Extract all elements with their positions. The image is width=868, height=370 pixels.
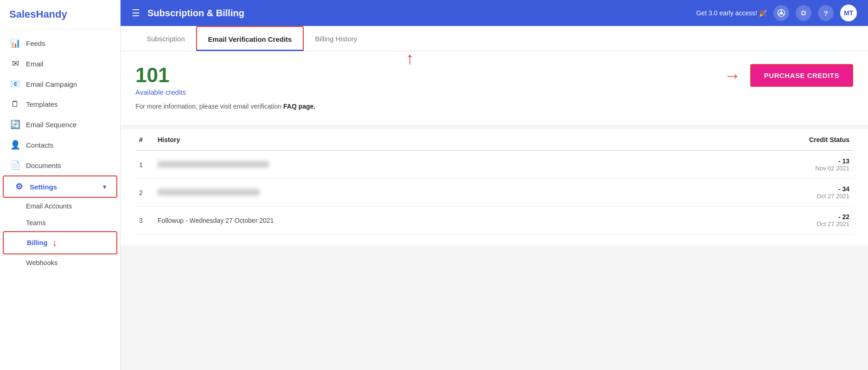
svg-line-3 bbox=[782, 14, 784, 15]
tab-container: Subscription Email Verification Credits … bbox=[121, 26, 868, 51]
sidebar-item-teams[interactable]: Teams bbox=[0, 214, 120, 231]
right-arrow-annotation: → bbox=[724, 66, 741, 85]
sidebar-item-settings[interactable]: ⚙ Settings ▾ bbox=[3, 175, 117, 198]
sidebar-item-email[interactable]: ✉ Email bbox=[0, 53, 120, 74]
down-arrow-annotation: ↓ bbox=[52, 237, 57, 249]
sidebar-item-email-sequence[interactable]: 🔄 Email Sequence bbox=[0, 114, 120, 135]
credits-number: 101 bbox=[135, 64, 315, 86]
outlook-icon[interactable]: O bbox=[796, 5, 811, 21]
email-icon: ✉ bbox=[10, 58, 20, 69]
sidebar-item-label: Settings bbox=[30, 183, 57, 191]
svg-line-4 bbox=[779, 14, 780, 15]
row-number: 1 bbox=[135, 150, 154, 179]
history-section: # History Credit Status 1 bbox=[121, 130, 868, 246]
logo-handy: Handy bbox=[36, 8, 67, 20]
row-credit-status: - 22 Oct 27 2021 bbox=[658, 207, 853, 234]
content-area: Subscription Email Verification Credits … bbox=[121, 26, 868, 370]
early-access-label[interactable]: Get 3.0 early access! 🎉 bbox=[696, 9, 767, 17]
credits-label: Available credits bbox=[135, 88, 315, 96]
purchase-credits-wrap: → PURCHASE CREDITS bbox=[724, 64, 853, 87]
templates-icon: 🗒 bbox=[10, 99, 20, 109]
sidebar-nav: 📊 Feeds ✉ Email 📧 Email Campaign 🗒 Templ… bbox=[0, 29, 120, 370]
row-history bbox=[154, 150, 658, 179]
chrome-extension-icon[interactable] bbox=[773, 5, 789, 21]
sidebar-item-webhooks[interactable]: Webhooks bbox=[0, 254, 120, 271]
credits-info: 101 Available credits For more informati… bbox=[135, 64, 315, 110]
credit-value: - 13 bbox=[662, 157, 849, 165]
documents-icon: 📄 bbox=[10, 160, 20, 170]
col-credit-status: Credit Status bbox=[658, 130, 853, 150]
sidebar-item-label: Email Campaign bbox=[26, 80, 77, 88]
row-credit-status: - 13 Nov 02 2021 bbox=[658, 150, 853, 179]
app-logo: SalesHandy bbox=[0, 0, 120, 29]
avatar[interactable]: MT bbox=[840, 5, 857, 21]
sidebar-item-label: Documents bbox=[26, 162, 61, 169]
credit-value: - 22 bbox=[662, 213, 849, 221]
purchase-credits-button[interactable]: PURCHASE CREDITS bbox=[750, 64, 853, 87]
sidebar-item-label: Email bbox=[26, 60, 44, 68]
sidebar-item-label: Contacts bbox=[26, 141, 53, 149]
row-number: 3 bbox=[135, 207, 154, 234]
credits-info-text: For more information, please visit email… bbox=[135, 103, 315, 110]
sidebar-item-label: Feeds bbox=[26, 39, 45, 47]
col-number: # bbox=[135, 130, 154, 150]
credit-date: Oct 27 2021 bbox=[662, 193, 849, 200]
row-history bbox=[154, 179, 658, 207]
sidebar-item-label: Templates bbox=[26, 100, 57, 108]
history-table: # History Credit Status 1 bbox=[135, 130, 853, 234]
row-history: Followup - Wednesday 27 October 2021 bbox=[154, 207, 658, 234]
feeds-icon: 📊 bbox=[10, 38, 20, 48]
chevron-down-icon: ▾ bbox=[103, 183, 106, 190]
sidebar: SalesHandy 📊 Feeds ✉ Email 📧 Email Campa… bbox=[0, 0, 121, 370]
table-row: 1 - 13 Nov 02 2021 bbox=[135, 150, 853, 179]
sidebar-item-email-accounts[interactable]: Email Accounts bbox=[0, 198, 120, 214]
blurred-history bbox=[158, 161, 269, 168]
credit-date: Oct 27 2021 bbox=[662, 221, 849, 227]
help-icon[interactable]: ? bbox=[818, 5, 834, 21]
tab-billing-history[interactable]: Billing History bbox=[304, 26, 368, 51]
sub-nav-label: Teams bbox=[26, 219, 46, 227]
logo-sales: Sales bbox=[9, 8, 36, 20]
settings-icon: ⚙ bbox=[14, 182, 24, 192]
row-number: 2 bbox=[135, 179, 154, 207]
sub-nav-label: Billing bbox=[27, 239, 47, 247]
table-row: 2 - 34 Oct 27 2021 bbox=[135, 179, 853, 207]
tab-email-verification-credits[interactable]: Email Verification Credits bbox=[196, 26, 304, 51]
sidebar-item-email-campaign[interactable]: 📧 Email Campaign bbox=[0, 74, 120, 94]
faq-link[interactable]: FAQ page. bbox=[283, 103, 315, 110]
contacts-icon: 👤 bbox=[10, 140, 20, 150]
topbar: ☰ Subscription & Billing Get 3.0 early a… bbox=[121, 0, 868, 26]
row-credit-status: - 34 Oct 27 2021 bbox=[658, 179, 853, 207]
sidebar-item-label: Email Sequence bbox=[26, 121, 77, 129]
credit-value: - 34 bbox=[662, 185, 849, 193]
sidebar-item-templates[interactable]: 🗒 Templates bbox=[0, 94, 120, 114]
tab-subscription[interactable]: Subscription bbox=[135, 26, 196, 51]
sub-nav-label: Webhooks bbox=[26, 259, 57, 266]
topbar-right: Get 3.0 early access! 🎉 O ? MT bbox=[696, 5, 857, 21]
tab-bar: Subscription Email Verification Credits … bbox=[121, 26, 868, 51]
credits-section: 101 Available credits For more informati… bbox=[121, 51, 868, 125]
credit-date: Nov 02 2021 bbox=[662, 165, 849, 172]
sidebar-item-feeds[interactable]: 📊 Feeds bbox=[0, 33, 120, 53]
col-history: History bbox=[154, 130, 658, 150]
email-sequence-icon: 🔄 bbox=[10, 119, 20, 130]
blurred-history bbox=[158, 189, 260, 195]
page-title: Subscription & Billing bbox=[147, 8, 689, 19]
sidebar-item-contacts[interactable]: 👤 Contacts bbox=[0, 135, 120, 155]
sidebar-item-documents[interactable]: 📄 Documents bbox=[0, 155, 120, 175]
menu-icon[interactable]: ☰ bbox=[132, 7, 140, 19]
email-campaign-icon: 📧 bbox=[10, 79, 20, 89]
table-row: 3 Followup - Wednesday 27 October 2021 -… bbox=[135, 207, 853, 234]
sub-nav-label: Email Accounts bbox=[26, 202, 72, 210]
main-content: ☰ Subscription & Billing Get 3.0 early a… bbox=[121, 0, 868, 370]
sidebar-item-billing[interactable]: Billing ↓ bbox=[3, 231, 117, 254]
